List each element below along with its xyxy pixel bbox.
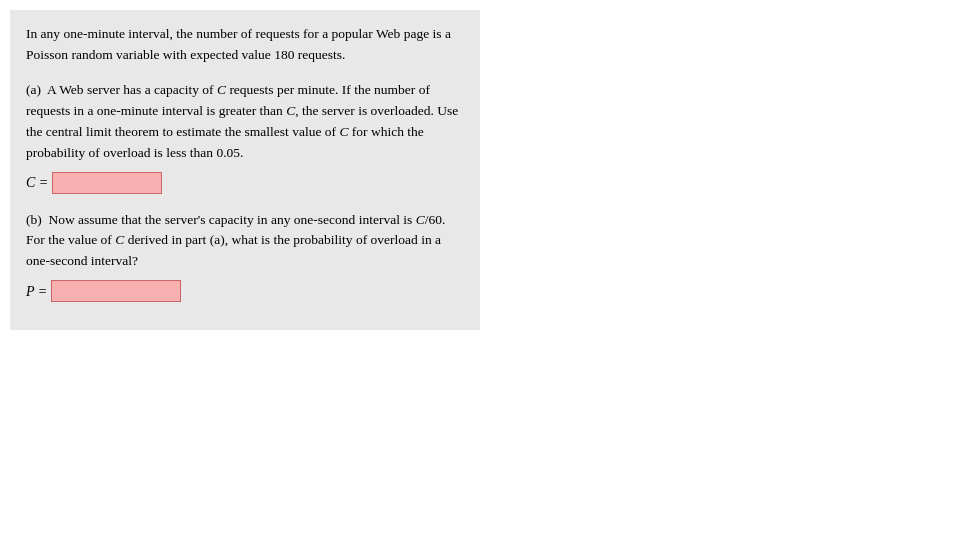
part-a-input[interactable] <box>52 172 162 194</box>
part-b-label: (b) <box>26 212 49 227</box>
part-b-input[interactable] <box>51 280 181 302</box>
part-a-label: (a) <box>26 82 47 97</box>
part-a-text: (a) A Web server has a capacity of C req… <box>26 80 464 164</box>
part-b-answer-label: P = <box>26 281 47 302</box>
problem-container: In any one-minute interval, the number o… <box>10 10 480 330</box>
part-b-section: (b) Now assume that the server's capacit… <box>26 210 464 303</box>
part-b-text: (b) Now assume that the server's capacit… <box>26 210 464 273</box>
intro-text: In any one-minute interval, the number o… <box>26 24 464 66</box>
intro-paragraph: In any one-minute interval, the number o… <box>26 26 451 62</box>
part-a-answer-row: C = <box>26 172 464 194</box>
part-a-section: (a) A Web server has a capacity of C req… <box>26 80 464 194</box>
part-b-answer-row: P = <box>26 280 464 302</box>
part-a-answer-label: C = <box>26 172 48 193</box>
